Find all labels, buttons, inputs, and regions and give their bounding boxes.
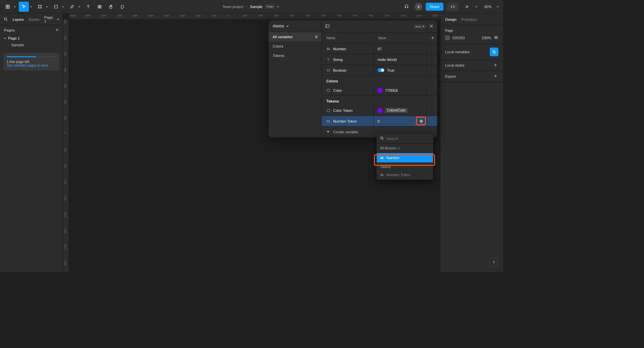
variable-row-selected[interactable]: Number Token 0 (322, 116, 437, 127)
layers-tab[interactable]: Layers (13, 17, 24, 21)
share-button[interactable]: Share (426, 3, 443, 11)
svg-rect-2 (6, 7, 7, 8)
background-swatch[interactable] (445, 36, 450, 40)
svg-rect-7 (98, 7, 100, 8)
variable-value[interactable]: Hello World (378, 58, 397, 62)
chevron-down-icon[interactable] (30, 5, 32, 8)
variable-value[interactable]: 67 (378, 47, 382, 51)
frame-tool-button[interactable] (35, 2, 45, 12)
shape-tool-button[interactable] (51, 2, 61, 12)
svg-rect-15 (327, 69, 330, 71)
picker-option-label: Number Token (386, 173, 410, 177)
page-selector[interactable]: Page 1 (44, 15, 59, 23)
picker-search-input[interactable] (386, 137, 433, 141)
variable-name: String (333, 58, 343, 62)
variable-row[interactable]: Boolean True (322, 65, 437, 76)
add-page-button[interactable] (55, 28, 59, 32)
chevron-down-icon[interactable] (46, 5, 48, 8)
collection-group-colors[interactable]: Colors (269, 42, 321, 51)
file-name[interactable]: Sample (250, 5, 262, 9)
svg-rect-4 (55, 5, 58, 8)
page-item[interactable]: Page 1 (0, 35, 63, 42)
beta-badge: Beta (414, 24, 426, 29)
layer-item[interactable]: Sample (0, 42, 63, 48)
boolean-toggle[interactable] (378, 68, 384, 72)
chevron-down-icon[interactable] (475, 5, 478, 8)
picker-option-number[interactable]: Number (377, 153, 433, 162)
breadcrumb-separator: / (246, 5, 247, 9)
svg-point-9 (418, 5, 419, 7)
background-hex[interactable]: 535353 (452, 36, 479, 40)
add-style-button[interactable] (494, 63, 498, 67)
variable-value[interactable]: 7700EE (385, 88, 398, 92)
color-swatch[interactable] (378, 88, 382, 93)
visibility-icon[interactable] (494, 35, 498, 41)
collection-group-all[interactable]: All variables 6 (269, 32, 321, 42)
resources-button[interactable] (95, 2, 105, 12)
variable-name: Number Token (333, 119, 357, 123)
variables-modal: Atoms All variables 6 Colors Tokens Beta… (268, 20, 437, 138)
project-name[interactable]: Team project (222, 5, 244, 9)
design-tab[interactable]: Design (445, 17, 457, 21)
help-button[interactable]: ? (489, 258, 498, 267)
sidebar-toggle-icon[interactable] (325, 24, 330, 29)
chevron-down-icon[interactable] (496, 5, 499, 8)
dev-mode-toggle[interactable] (447, 2, 459, 11)
variable-row[interactable]: Number 67 (322, 44, 437, 54)
variable-value[interactable]: 0 (378, 119, 380, 123)
string-type-icon (326, 58, 330, 62)
pen-tool-button[interactable] (67, 2, 77, 12)
column-header-name: Name (322, 36, 374, 40)
upgrade-promo[interactable]: 1 free page left. Get unlimited pages & … (3, 53, 59, 71)
promo-text: 1 free page left. (7, 60, 56, 64)
chevron-down-icon[interactable] (277, 5, 279, 8)
svg-point-17 (327, 109, 330, 112)
svg-point-16 (327, 89, 330, 92)
open-variables-button[interactable] (490, 48, 498, 56)
chevron-down-icon[interactable] (78, 5, 80, 8)
comment-tool-button[interactable] (117, 2, 127, 12)
main-menu-button[interactable] (3, 2, 13, 12)
user-avatar[interactable] (415, 3, 422, 10)
variable-name: Color Token (333, 109, 353, 113)
libraries-label: All libraries (380, 146, 396, 150)
variable-row[interactable]: String Hello World (322, 54, 437, 65)
add-export-button[interactable] (494, 74, 498, 78)
collection-group-tokens[interactable]: Tokens (269, 51, 321, 60)
search-icon[interactable] (3, 17, 8, 22)
picker-option-label: Number (386, 156, 399, 160)
libraries-dropdown[interactable]: All libraries (377, 144, 433, 153)
chevron-down-icon[interactable] (13, 5, 16, 8)
hand-tool-button[interactable] (106, 2, 116, 12)
boolean-type-icon (326, 68, 330, 72)
number-type-icon (326, 47, 330, 51)
chevron-down-icon[interactable] (62, 5, 64, 8)
collection-dropdown[interactable]: Atoms (269, 20, 321, 32)
variable-value: True (387, 68, 394, 72)
promo-link[interactable]: Get unlimited pages & more (7, 64, 56, 67)
picker-group-tokens: Tokens (377, 162, 433, 170)
assets-tab[interactable]: Assets (29, 17, 40, 21)
alias-pill[interactable]: Colors/Color (385, 108, 408, 113)
zoom-level[interactable]: 60% (482, 5, 494, 9)
apply-variable-button[interactable] (418, 118, 425, 125)
prototype-tab[interactable]: Prototype (461, 17, 477, 21)
audio-button[interactable] (401, 2, 412, 12)
close-button[interactable] (429, 24, 434, 29)
page-name: Page 1 (8, 36, 20, 40)
picker-option-number-token[interactable]: Number Token (377, 170, 433, 180)
svg-rect-5 (98, 5, 100, 6)
svg-rect-14 (326, 25, 329, 28)
move-tool-button[interactable] (19, 2, 29, 12)
text-tool-button[interactable] (83, 2, 93, 12)
variable-row[interactable]: Color 7700EE (322, 85, 437, 96)
variable-row[interactable]: Color Token Colors/Color (322, 105, 437, 116)
present-button[interactable] (462, 2, 472, 12)
group-count: 6 (315, 35, 317, 39)
background-opacity[interactable]: 100% (482, 36, 491, 40)
svg-rect-0 (6, 5, 7, 6)
group-header-tokens: Tokens (322, 96, 437, 105)
color-swatch (378, 108, 382, 113)
add-mode-button[interactable] (431, 36, 434, 40)
variable-name: Number (333, 47, 346, 51)
